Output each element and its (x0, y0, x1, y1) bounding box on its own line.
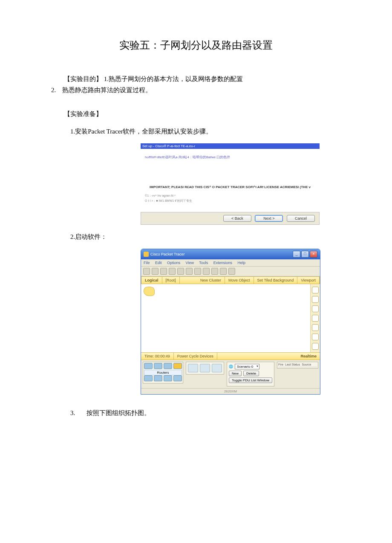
prep-heading: 【实验准备】 (51, 108, 341, 119)
back-button[interactable]: < Back (223, 215, 251, 222)
logical-tab[interactable]: Logical (141, 277, 162, 284)
move-object-button[interactable]: Move Object (225, 277, 254, 284)
main-toolbar (141, 267, 320, 276)
menu-options[interactable]: Options (167, 261, 180, 265)
inspect-tool-icon[interactable] (312, 315, 319, 322)
undo-icon[interactable] (194, 268, 201, 275)
end-devices-category-icon[interactable] (144, 375, 153, 381)
prep-step3-prefix: 3. (70, 407, 86, 418)
zoom-out-icon[interactable] (220, 268, 227, 275)
pdu-list: Fire Last Status Source (277, 362, 318, 369)
new-file-icon[interactable] (143, 268, 150, 275)
prep-step1-text: 安装Packet Tracer软件，全部采用默认安装步骤。 (75, 128, 212, 135)
installer-figure: Set up - Cisco® P-ai-fect TE-a.eo-r hoff… (141, 143, 341, 225)
complex-pdu-icon[interactable] (312, 343, 319, 350)
save-icon[interactable] (160, 268, 167, 275)
objective-item2-prefix: 2. (51, 87, 56, 93)
pt-titlebar: Cisco Packet Tracer _ □ × (141, 249, 320, 259)
help-icon[interactable] (228, 268, 235, 275)
workspace-bar: Logical [Root] New Cluster Move Object S… (141, 276, 320, 284)
menu-file[interactable]: File (144, 261, 150, 265)
installer-radio-decline[interactable]: O I I >：■ IW1-BMW1 tl"的问丫专生 (145, 198, 315, 203)
hubs-category-icon[interactable] (164, 363, 172, 369)
prep-step3-text: 按照下图组织拓扑图。 (86, 409, 150, 416)
minimize-button[interactable]: _ (293, 251, 300, 258)
pt-title: Cisco Packet Tracer (150, 252, 185, 256)
time-label: Time: 00:00:49 (141, 353, 174, 360)
connections-category-icon[interactable] (173, 363, 182, 369)
installer-titlebar: Set up - Cisco® P-ai-fect TE-a.eo-r (141, 143, 320, 149)
custom-category-icon[interactable] (164, 375, 172, 381)
realtime-tab[interactable]: Realtime (297, 353, 320, 360)
routers-category-icon[interactable] (144, 363, 153, 369)
delete-tool-icon[interactable] (312, 305, 319, 312)
router-model-3-icon[interactable] (212, 364, 222, 372)
routers-label: Routers (144, 370, 182, 375)
viewport-button[interactable]: Viewport (297, 277, 320, 284)
copy-icon[interactable] (177, 268, 184, 275)
installer-headline: hofflWFdltefD器叶风a 尚0站4：唔帮你的Bafwe 口的色伴 (145, 155, 315, 160)
scenario-box: 🌐 Scenario 0 New Delete Toggle PDU List … (227, 362, 274, 386)
router-model-2-icon[interactable] (200, 364, 210, 372)
wan-category-icon[interactable] (154, 375, 162, 381)
resize-tool-icon[interactable] (312, 324, 319, 331)
installer-radio-accept[interactable]: ©1：∞v^ lnv agran-M-^ (145, 193, 315, 198)
new-scenario-button[interactable]: New (229, 371, 242, 376)
prep-step2-prefix: 2. (70, 233, 75, 240)
toggle-pdu-button[interactable]: Toggle PDU List Window (229, 377, 272, 383)
objective-heading: 【实验目的】 (64, 75, 102, 82)
root-indicator[interactable]: [Root] (162, 277, 180, 284)
menu-view[interactable]: View (186, 261, 194, 265)
globe-icon: 🌐 (229, 365, 233, 369)
paste-icon[interactable] (186, 268, 193, 275)
select-tool-icon[interactable] (312, 287, 319, 293)
place-note-icon[interactable] (312, 296, 319, 303)
close-button[interactable]: × (310, 251, 317, 258)
objective-item1: 熟悉子网划分的基本方法，以及网络参数的配置 (109, 75, 243, 82)
power-cycle-button[interactable]: Power Cycle Devices (174, 353, 217, 360)
objective-item2: 熟悉静态路由算法的设置过程。 (62, 87, 152, 93)
maximize-button[interactable]: □ (301, 251, 309, 258)
device-panel: Routers 🌐 (141, 360, 320, 388)
prep-step2: 2.启动软件： (51, 231, 341, 242)
redo-icon[interactable] (203, 268, 210, 275)
objective-line-1: 【实验目的】 1.熟悉子网划分的基本方法，以及网络参数的配置 (51, 73, 341, 84)
menu-tools[interactable]: Tools (199, 261, 208, 265)
menu-help[interactable]: Help (237, 261, 245, 265)
installer-important: IMPORTANT; PLEASI R£AD THIS CIS^ O PACKE… (145, 185, 315, 189)
scenario-dropdown[interactable]: Scenario 0 (235, 364, 259, 369)
col-fire: Fire (278, 363, 283, 366)
simple-pdu-icon[interactable] (312, 334, 319, 340)
packet-tracer-window: Cisco Packet Tracer _ □ × File Edit Opti… (141, 249, 320, 395)
prep-step2-text: 启动软件： (75, 233, 107, 240)
prep-step1: 1.安装Packet Tracer软件，全部采用默认安装步骤。 (51, 126, 341, 137)
delete-scenario-button[interactable]: Delete (243, 371, 259, 376)
realtime-bar: Time: 00:00:49 Power Cycle Devices Realt… (141, 352, 320, 360)
model-bar: 2620XM (141, 388, 320, 394)
print-icon[interactable] (169, 268, 176, 275)
cancel-button[interactable]: Cancel (287, 215, 315, 222)
workspace-canvas[interactable] (141, 284, 310, 340)
installer-button-bar: < Back Next > Cancel (141, 212, 320, 225)
device-category-box: Routers (143, 362, 183, 383)
objective-item1-prefix: 1. (102, 75, 109, 82)
app-icon (144, 252, 149, 257)
switches-category-icon[interactable] (154, 363, 162, 369)
installer-window: Set up - Cisco® P-ai-fect TE-a.eo-r hoff… (141, 143, 320, 225)
open-file-icon[interactable] (152, 268, 159, 275)
right-toolbar (310, 284, 320, 352)
menu-extensions[interactable]: Extensions (213, 261, 232, 265)
objective-line-2: 2. 熟悉静态路由算法的设置过程。 (51, 84, 341, 96)
menu-bar: File Edit Options View Tools Extensions … (141, 259, 320, 267)
cluster-blob-icon[interactable] (144, 287, 155, 296)
col-source: Source (302, 363, 311, 366)
zoom-in-icon[interactable] (211, 268, 218, 275)
router-model-1-icon[interactable] (188, 364, 198, 372)
menu-edit[interactable]: Edit (155, 261, 162, 265)
next-button[interactable]: Next > (255, 215, 283, 222)
prep-step3: 3.按照下图组织拓扑图。 (51, 407, 341, 418)
multiuser-category-icon[interactable] (173, 375, 182, 381)
set-tiled-bg-button[interactable]: Set Tiled Background (254, 277, 298, 284)
col-last-status: Last Status (285, 363, 300, 366)
new-cluster-button[interactable]: New Cluster (197, 277, 225, 284)
